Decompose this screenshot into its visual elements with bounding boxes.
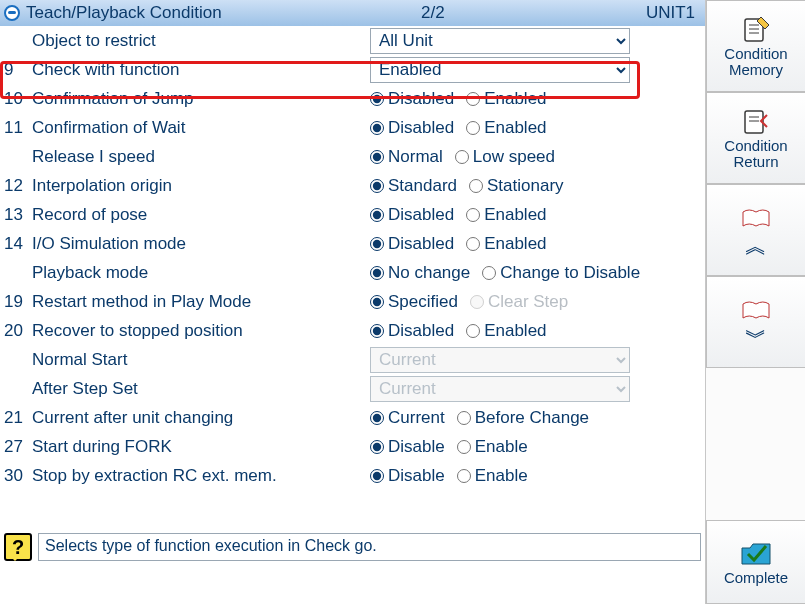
current-after-unit-option-before-change[interactable]: Before Change <box>457 408 589 428</box>
setting-row-recover-to-stopped: 20Recover to stopped positionDisabledEna… <box>0 316 705 345</box>
radio-option-label: Change to Disable <box>500 263 640 283</box>
restart-method-option-clear-step: Clear Step <box>470 292 568 312</box>
page-up-button[interactable]: ︽ <box>706 184 805 276</box>
interpolation-origin-option-standard[interactable]: Standard <box>370 176 457 196</box>
restart-method-option-specified[interactable]: Specified <box>370 292 458 312</box>
stop-by-extraction-radiogroup: DisableEnable <box>370 466 538 486</box>
row-label: Playback mode <box>32 263 370 283</box>
recover-to-stopped-option-disabled[interactable]: Disabled <box>370 321 454 341</box>
row-number: 19 <box>4 292 32 312</box>
row-control: All Unit <box>370 28 705 54</box>
help-icon: ? <box>4 533 32 561</box>
playback-mode-radio[interactable] <box>482 266 496 280</box>
start-during-fork-option-enable[interactable]: Enable <box>457 437 528 457</box>
recover-to-stopped-option-enabled[interactable]: Enabled <box>466 321 546 341</box>
playback-mode-option-change-to-disable[interactable]: Change to Disable <box>482 263 640 283</box>
row-number: 11 <box>4 118 32 138</box>
recover-to-stopped-radio[interactable] <box>370 324 384 338</box>
row-label: Normal Start <box>32 350 370 370</box>
record-of-pose-radio[interactable] <box>466 208 480 222</box>
interpolation-origin-radiogroup: StandardStationary <box>370 176 574 196</box>
svg-rect-5 <box>745 111 763 133</box>
confirmation-of-jump-radio[interactable] <box>466 92 480 106</box>
playback-mode-option-no-change[interactable]: No change <box>370 263 470 283</box>
current-after-unit-radio[interactable] <box>370 411 384 425</box>
io-simulation-mode-radio[interactable] <box>466 237 480 251</box>
record-of-pose-option-enabled[interactable]: Enabled <box>466 205 546 225</box>
stop-by-extraction-option-disable[interactable]: Disable <box>370 466 445 486</box>
io-simulation-mode-option-disabled[interactable]: Disabled <box>370 234 454 254</box>
restart-method-radio[interactable] <box>370 295 384 309</box>
condition-memory-button[interactable]: ConditionMemory <box>706 0 805 92</box>
radio-option-label: Enabled <box>484 205 546 225</box>
start-during-fork-radio[interactable] <box>370 440 384 454</box>
radio-option-label: Normal <box>388 147 443 167</box>
header-bar: Teach/Playback Condition 2/2 UNIT1 <box>0 0 705 26</box>
complete-label: Complete <box>724 570 788 587</box>
current-after-unit-radio[interactable] <box>457 411 471 425</box>
stop-by-extraction-radio[interactable] <box>370 469 384 483</box>
row-label: Restart method in Play Mode <box>32 292 370 312</box>
release-i-speed-radio[interactable] <box>370 150 384 164</box>
current-after-unit-radiogroup: CurrentBefore Change <box>370 408 599 428</box>
setting-row-confirmation-of-jump: 10Confirmation of JumpDisabledEnabled <box>0 84 705 113</box>
complete-button[interactable]: Complete <box>706 520 805 604</box>
confirmation-of-jump-option-enabled[interactable]: Enabled <box>466 89 546 109</box>
confirmation-of-wait-radio[interactable] <box>370 121 384 135</box>
release-i-speed-radio[interactable] <box>455 150 469 164</box>
confirmation-of-jump-radio[interactable] <box>370 92 384 106</box>
stop-by-extraction-option-enable[interactable]: Enable <box>457 466 528 486</box>
start-during-fork-option-disable[interactable]: Disable <box>370 437 445 457</box>
record-of-pose-option-disabled[interactable]: Disabled <box>370 205 454 225</box>
setting-row-io-simulation-mode: 14I/O Simulation modeDisabledEnabled <box>0 229 705 258</box>
row-control: CurrentBefore Change <box>370 408 705 428</box>
confirmation-of-jump-option-disabled[interactable]: Disabled <box>370 89 454 109</box>
radio-option-label: Disabled <box>388 205 454 225</box>
confirmation-of-wait-radiogroup: DisabledEnabled <box>370 118 557 138</box>
row-label: Interpolation origin <box>32 176 370 196</box>
interpolation-origin-option-stationary[interactable]: Stationary <box>469 176 564 196</box>
stop-by-extraction-radio[interactable] <box>457 469 471 483</box>
page-indicator: 2/2 <box>421 3 621 23</box>
current-after-unit-option-current[interactable]: Current <box>370 408 445 428</box>
notebook-pencil-icon <box>741 14 771 46</box>
playback-mode-radio[interactable] <box>370 266 384 280</box>
confirmation-of-wait-radio[interactable] <box>466 121 480 135</box>
io-simulation-mode-option-enabled[interactable]: Enabled <box>466 234 546 254</box>
interpolation-origin-radio[interactable] <box>469 179 483 193</box>
check-with-function-select[interactable]: EnabledDisabled <box>370 57 630 83</box>
restart-method-radio <box>470 295 484 309</box>
radio-option-label: Before Change <box>475 408 589 428</box>
row-control: DisabledEnabled <box>370 205 705 225</box>
row-label: Confirmation of Wait <box>32 118 370 138</box>
row-label: Current after unit changing <box>32 408 370 428</box>
confirmation-of-wait-option-disabled[interactable]: Disabled <box>370 118 454 138</box>
row-control: No changeChange to Disable <box>370 263 705 283</box>
start-during-fork-radio[interactable] <box>457 440 471 454</box>
record-of-pose-radio[interactable] <box>370 208 384 222</box>
io-simulation-mode-radio[interactable] <box>370 237 384 251</box>
object-to-restrict-select[interactable]: All Unit <box>370 28 630 54</box>
recover-to-stopped-radio[interactable] <box>466 324 480 338</box>
condition-return-button[interactable]: ConditionReturn <box>706 92 805 184</box>
confirmation-of-wait-option-enabled[interactable]: Enabled <box>466 118 546 138</box>
confirmation-of-jump-radiogroup: DisabledEnabled <box>370 89 557 109</box>
row-control: StandardStationary <box>370 176 705 196</box>
help-text: Selects type of function execution in Ch… <box>38 533 701 561</box>
interpolation-origin-radio[interactable] <box>370 179 384 193</box>
row-label: I/O Simulation mode <box>32 234 370 254</box>
unit-indicator: UNIT1 <box>621 3 701 23</box>
radio-option-label: No change <box>388 263 470 283</box>
setting-row-interpolation-origin: 12Interpolation originStandardStationary <box>0 171 705 200</box>
chevron-down-icon: ︾ <box>745 327 767 349</box>
sidebar: ConditionMemory ConditionReturn ︽ ︾ <box>705 0 805 604</box>
row-number: 27 <box>4 437 32 457</box>
page-down-button[interactable]: ︾ <box>706 276 805 368</box>
release-i-speed-option-low-speed[interactable]: Low speed <box>455 147 555 167</box>
playback-mode-radiogroup: No changeChange to Disable <box>370 263 650 283</box>
row-control: DisabledEnabled <box>370 89 705 109</box>
normal-start-select: Current <box>370 347 630 373</box>
release-i-speed-option-normal[interactable]: Normal <box>370 147 443 167</box>
io-simulation-mode-radiogroup: DisabledEnabled <box>370 234 557 254</box>
radio-option-label: Disable <box>388 437 445 457</box>
